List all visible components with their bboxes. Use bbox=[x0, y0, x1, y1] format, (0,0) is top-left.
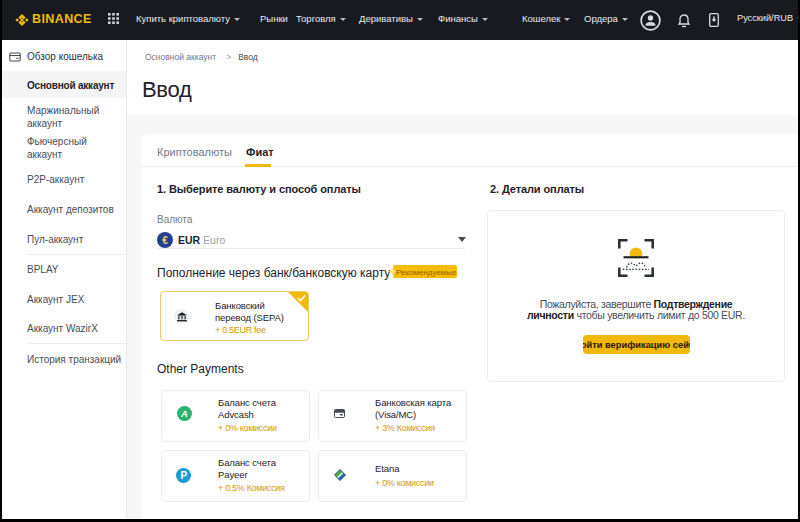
svg-text:A: A bbox=[180, 408, 188, 419]
svg-text:€: € bbox=[162, 235, 168, 246]
svg-text:P: P bbox=[180, 470, 187, 481]
